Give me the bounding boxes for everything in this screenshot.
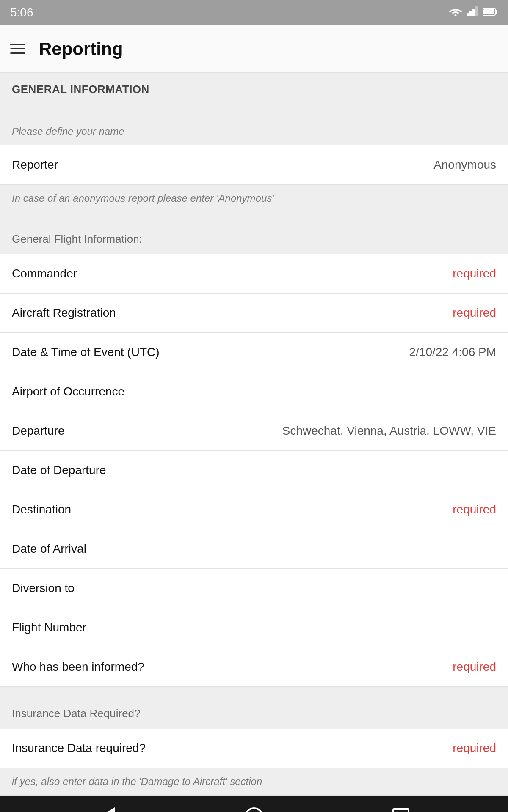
form-row-15[interactable]: Diversion to (0, 569, 508, 608)
hint-row-2: Please define your name (0, 118, 508, 145)
nav-back-button[interactable] (94, 804, 120, 812)
form-row-11[interactable]: DepartureSchwechat, Vienna, Austria, LOW… (0, 411, 508, 451)
form-value-20: required (453, 741, 496, 755)
spacer-1 (0, 106, 508, 118)
form-row-3[interactable]: ReporterAnonymous (0, 145, 508, 185)
form-row-10[interactable]: Airport of Occurrence (0, 372, 508, 411)
form-value-7: required (453, 267, 496, 280)
svg-rect-6 (495, 10, 497, 14)
form-row-17[interactable]: Who has been informed?required (0, 647, 508, 687)
status-time: 5:06 (10, 6, 33, 19)
form-label-17: Who has been informed? (12, 660, 144, 674)
form-label-3: Reporter (12, 158, 58, 172)
sub-header-19: Insurance Data Required? (0, 699, 508, 729)
battery-icon (483, 7, 498, 19)
main-content: GENERAL INFORMATIONPlease define your na… (0, 73, 508, 796)
svg-point-0 (455, 14, 457, 16)
form-label-15: Diversion to (12, 582, 75, 595)
page-title: Reporting (39, 39, 123, 59)
form-label-12: Date of Departure (12, 464, 106, 477)
spacer-18 (0, 687, 508, 699)
svg-rect-1 (467, 13, 469, 16)
form-label-9: Date & Time of Event (UTC) (12, 346, 160, 359)
nav-home-button[interactable] (241, 804, 267, 812)
form-value-8: required (453, 306, 496, 320)
form-label-8: Aircraft Registration (12, 306, 116, 320)
form-label-14: Date of Arrival (12, 542, 86, 556)
app-bar: Reporting (0, 25, 508, 73)
form-value-11: Schwechat, Vienna, Austria, LOWW, VIE (282, 424, 496, 438)
hint-row-4: In case of an anonymous report please en… (0, 185, 508, 212)
menu-button[interactable] (10, 44, 25, 54)
form-row-8[interactable]: Aircraft Registrationrequired (0, 294, 508, 333)
form-label-16: Flight Number (12, 621, 86, 634)
signal-icon (467, 6, 478, 19)
form-value-3: Anonymous (433, 158, 496, 172)
form-row-20[interactable]: Insurance Data required?required (0, 729, 508, 768)
status-bar: 5:06 (0, 0, 508, 25)
form-label-11: Departure (12, 424, 65, 438)
sub-header-6: General Flight Information: (0, 224, 508, 254)
svg-rect-4 (475, 6, 478, 16)
status-time-area: 5:06 (10, 6, 33, 19)
svg-rect-3 (472, 9, 475, 16)
section-header-0: GENERAL INFORMATION (0, 73, 508, 106)
nav-recent-button[interactable] (388, 804, 414, 812)
form-value-17: required (453, 660, 496, 674)
form-row-12[interactable]: Date of Departure (0, 451, 508, 490)
svg-rect-7 (483, 9, 494, 14)
form-value-9: 2/10/22 4:06 PM (409, 346, 496, 359)
hint-text-4: In case of an anonymous report please en… (12, 192, 274, 204)
wifi-icon (449, 6, 462, 19)
form-label-7: Commander (12, 267, 77, 280)
form-label-10: Airport of Occurrence (12, 385, 124, 398)
spacer-5 (0, 212, 508, 224)
form-row-7[interactable]: Commanderrequired (0, 254, 508, 294)
hint-text-2: Please define your name (12, 126, 124, 137)
form-row-13[interactable]: Destinationrequired (0, 490, 508, 529)
hint-text-21: if yes, also enter data in the 'Damage t… (12, 776, 262, 787)
form-row-9[interactable]: Date & Time of Event (UTC)2/10/22 4:06 P… (0, 333, 508, 372)
form-value-13: required (453, 503, 496, 516)
form-row-16[interactable]: Flight Number (0, 608, 508, 647)
svg-rect-2 (469, 11, 472, 16)
form-row-14[interactable]: Date of Arrival (0, 529, 508, 569)
status-icons-area (449, 6, 498, 19)
form-label-20: Insurance Data required? (12, 741, 146, 755)
bottom-navigation (0, 796, 508, 812)
hint-row-21: if yes, also enter data in the 'Damage t… (0, 768, 508, 796)
form-label-13: Destination (12, 503, 71, 516)
